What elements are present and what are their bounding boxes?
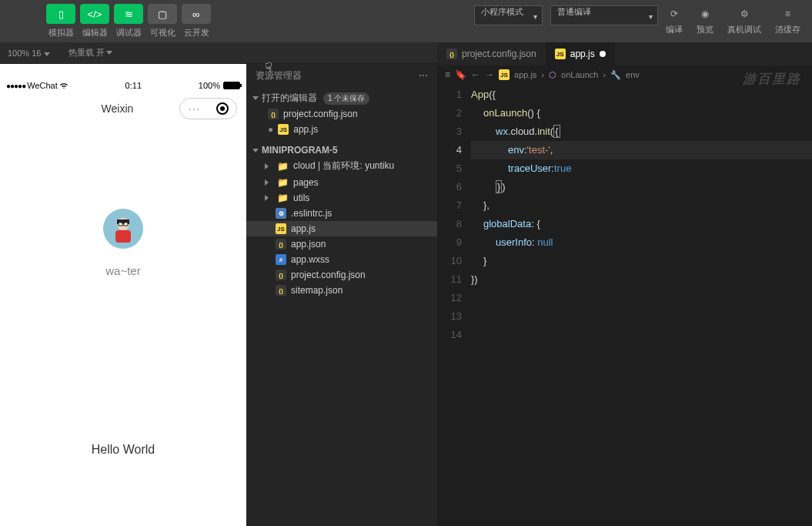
open-editors-header[interactable]: 打开的编辑器1 个未保存 bbox=[246, 90, 437, 106]
cursor-pointer-icon: ☟ bbox=[265, 60, 272, 75]
capsule-menu-icon[interactable]: ⋯ bbox=[188, 102, 200, 116]
file-item-project-config[interactable]: {}project.config.json bbox=[246, 267, 437, 283]
cloud-label: 云开发 bbox=[184, 27, 209, 39]
compile-select[interactable]: 普通编译▾ bbox=[550, 5, 658, 25]
open-editor-item[interactable]: {}project.config.json bbox=[246, 106, 437, 122]
nickname-label: wa~ter bbox=[105, 264, 140, 277]
forward-icon[interactable]: → bbox=[485, 69, 494, 80]
hello-text: Hello World bbox=[92, 443, 155, 457]
back-icon[interactable]: ← bbox=[471, 69, 480, 80]
view-buttons: ▯模拟器 </>编辑器 ≋调试器 ▢可视化 ∞云开发 bbox=[0, 4, 211, 39]
visual-label: 可视化 bbox=[150, 27, 175, 39]
tab-project-config[interactable]: {}project.config.json bbox=[437, 42, 546, 65]
file-item-appjs[interactable]: JSapp.js bbox=[246, 221, 437, 236]
mini-program-navbar: Weixin ⋯ bbox=[0, 93, 246, 124]
user-avatar[interactable] bbox=[103, 209, 143, 249]
signal-icon: ●●●●● bbox=[6, 82, 25, 90]
file-item-sitemap[interactable]: {}sitemap.json bbox=[246, 283, 437, 298]
battery-icon bbox=[223, 82, 240, 89]
compile-button[interactable]: ⟳ bbox=[667, 7, 682, 21]
svg-rect-2 bbox=[115, 230, 131, 243]
code-area[interactable]: 123 456 789 101112 1314 App({ onLaunch()… bbox=[437, 84, 812, 344]
file-item-appwxss[interactable]: #app.wxss bbox=[246, 252, 437, 267]
folder-item-utils[interactable]: 📁utils bbox=[246, 190, 437, 206]
line-gutter: 123 456 789 101112 1314 bbox=[437, 85, 471, 344]
folder-item-pages[interactable]: 📁pages bbox=[246, 175, 437, 190]
hot-reload-toggle[interactable]: 热重载 开 bbox=[69, 47, 112, 59]
bc-function[interactable]: onLaunch bbox=[561, 70, 598, 79]
simulator-toggle[interactable]: ▯ bbox=[46, 4, 75, 24]
debugger-label: 调试器 bbox=[116, 27, 142, 39]
svg-rect-4 bbox=[124, 223, 128, 226]
debugger-toggle[interactable]: ≋ bbox=[114, 4, 143, 24]
project-root-header[interactable]: MINIPROGRAM-5 bbox=[246, 143, 437, 157]
cloud-toggle[interactable]: ∞ bbox=[182, 4, 211, 24]
explorer-title: 资源管理器 bbox=[256, 69, 302, 82]
nav-title: Weixin bbox=[55, 102, 179, 115]
bc-leaf[interactable]: env bbox=[626, 70, 640, 79]
action-icons: ⟳编译 ◉预览 ⚙真机调试 ≡清缓存 bbox=[666, 7, 812, 35]
explorer-pane: 资源管理器 ⋯ 打开的编辑器1 个未保存 {}project.config.js… bbox=[246, 64, 437, 526]
open-editor-item[interactable]: ●JSapp.js bbox=[246, 122, 437, 137]
clear-cache-button[interactable]: ≡ bbox=[780, 7, 796, 21]
svg-rect-3 bbox=[119, 223, 122, 226]
tab-appjs[interactable]: JSapp.js bbox=[546, 42, 615, 65]
phone-statusbar: ●●●●● WeChat 0:11 100% bbox=[0, 78, 246, 93]
capsule-close-icon[interactable] bbox=[216, 102, 229, 115]
top-toolbar: ▯模拟器 </>编辑器 ≋调试器 ▢可视化 ∞云开发 小程序模式▾ 普通编译▾ … bbox=[0, 0, 812, 42]
carrier-label: WeChat bbox=[27, 81, 58, 90]
zoom-select[interactable]: 100% 16 bbox=[8, 49, 50, 58]
preview-button[interactable]: ◉ bbox=[697, 7, 713, 21]
file-item-appjson[interactable]: {}app.json bbox=[246, 236, 437, 252]
folder-item-cloud[interactable]: 📁cloud | 当前环境: yuntiku bbox=[246, 157, 437, 175]
file-item-eslint[interactable]: ⚙.eslintrc.js bbox=[246, 206, 437, 221]
capsule-button[interactable]: ⋯ bbox=[179, 98, 237, 119]
simulator-pane: ●●●●● WeChat 0:11 100% Weixin ⋯ wa~ter H… bbox=[0, 64, 246, 526]
editor-tabs: {}project.config.json JSapp.js bbox=[437, 42, 812, 65]
visual-toggle[interactable]: ▢ bbox=[148, 4, 177, 24]
main-content: ●●●●● WeChat 0:11 100% Weixin ⋯ wa~ter H… bbox=[0, 64, 812, 526]
simulator-label: 模拟器 bbox=[48, 27, 74, 39]
bc-file[interactable]: app.js bbox=[514, 70, 536, 79]
battery-pct: 100% bbox=[199, 81, 220, 90]
editor-label: 编辑器 bbox=[82, 27, 108, 39]
watermark-text: 游百里路 bbox=[743, 70, 801, 88]
app-body: wa~ter Hello World bbox=[0, 124, 246, 526]
code-lines[interactable]: App({ onLaunch() { wx.cloud.init({ env:'… bbox=[471, 85, 812, 344]
explorer-more-icon[interactable]: ⋯ bbox=[419, 70, 428, 81]
code-editor-pane: {}project.config.json JSapp.js ≡ 🔖 ← → J… bbox=[437, 64, 812, 526]
bookmark-icon[interactable]: 🔖 bbox=[455, 69, 466, 80]
unsaved-badge: 1 个未保存 bbox=[323, 92, 369, 105]
remote-debug-button[interactable]: ⚙ bbox=[737, 7, 752, 21]
mode-select[interactable]: 小程序模式▾ bbox=[474, 5, 543, 25]
modified-dot-icon bbox=[600, 51, 606, 57]
time-label: 0:11 bbox=[69, 81, 199, 90]
editor-toggle[interactable]: </> bbox=[80, 4, 109, 24]
wifi-icon bbox=[59, 81, 69, 90]
list-icon[interactable]: ≡ bbox=[445, 69, 450, 80]
